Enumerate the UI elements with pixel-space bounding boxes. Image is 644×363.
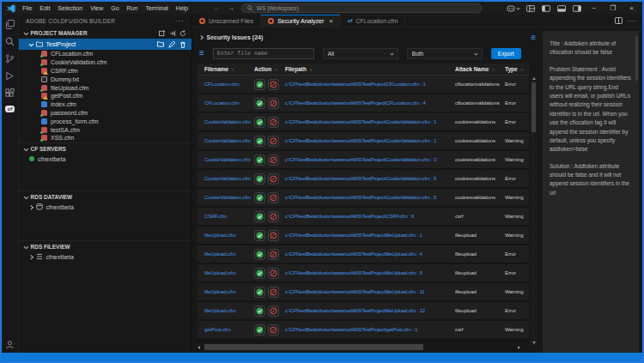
issue-row[interactable]: CSRF.cfm c:\CFNextBeta\cfusion\wwwroot\W… (197, 208, 529, 225)
issue-filename-link[interactable]: getPost.cfm (197, 327, 254, 332)
tab-close-icon[interactable]: × (329, 17, 333, 25)
cf-servers-header[interactable]: CF SERVERS (19, 143, 191, 154)
issue-filepath-link[interactable]: c:\CFNextBeta\cfusion\wwwroot\WS\TestPro… (285, 157, 436, 162)
accept-issue-button[interactable] (254, 287, 265, 298)
project-file-item[interactable]: XSS.cfm (19, 134, 191, 142)
rename-icon[interactable] (168, 41, 175, 48)
minimize-button[interactable]: − (588, 4, 599, 12)
scroll-right-icon[interactable] (518, 346, 520, 349)
menu-item[interactable]: Terminal (145, 5, 167, 11)
issue-filename-link[interactable]: CFLocation.cfm (197, 82, 254, 87)
editor-tab[interactable]: Security Analyzer × (261, 15, 341, 27)
issue-row[interactable]: CookieValidation.cfm c:\CFNextBeta\cfusi… (197, 189, 529, 206)
accept-issue-button[interactable] (254, 324, 265, 336)
issue-filepath-link[interactable]: c:\CFNextBeta\cfusion\wwwroot\WS\TestPro… (285, 327, 417, 332)
horizontal-scrollbar[interactable] (197, 344, 520, 351)
import-project-icon[interactable] (169, 30, 176, 37)
block-issue-button[interactable] (268, 98, 279, 109)
new-folder-icon[interactable] (157, 41, 164, 48)
column-header[interactable]: Action ↑↓ (254, 66, 285, 72)
issue-row[interactable]: CookieValidation.cfm c:\CFNextBeta\cfusi… (197, 170, 529, 187)
editor-tab[interactable]: Unscanned Files (192, 15, 261, 27)
issue-filename-link[interactable]: CookieValidation.cfm (197, 119, 254, 124)
block-issue-button[interactable] (268, 154, 279, 166)
issue-row[interactable]: fileUpload.cfm c:\CFNextBeta\cfusion\www… (197, 245, 529, 263)
accept-issue-button[interactable] (254, 230, 265, 241)
block-issue-button[interactable] (268, 117, 279, 128)
rds-fileview-header[interactable]: RDS FILEVIEW (19, 241, 191, 252)
filter-menu-icon[interactable]: ≡ (199, 49, 204, 57)
accept-issue-button[interactable] (254, 117, 265, 128)
project-file-item[interactable]: CFLocation.cfm (19, 50, 191, 58)
issue-filename-link[interactable]: fileUpload.cfm (197, 233, 254, 238)
project-file-item[interactable]: Dummy.txt (19, 75, 191, 83)
severity-select[interactable]: All (323, 48, 398, 59)
accept-issue-button[interactable] (254, 306, 265, 317)
menu-item[interactable]: Help (176, 5, 188, 11)
issue-filename-link[interactable]: fileUpload.cfm (197, 270, 254, 275)
scroll-down-icon[interactable] (532, 342, 536, 344)
run-debug-icon[interactable] (2, 71, 19, 81)
split-editor-icon[interactable] (615, 17, 623, 24)
menu-item[interactable]: File (22, 5, 32, 11)
column-header[interactable]: Filepath ↑↓ (285, 66, 455, 72)
close-button[interactable]: × (626, 4, 637, 12)
accept-issue-button[interactable] (254, 79, 265, 90)
vertical-scrollbar[interactable] (531, 76, 537, 346)
issue-filepath-link[interactable]: c:\CFNextBeta\cfusion\wwwroot\WS\TestPro… (285, 251, 422, 257)
issue-row[interactable]: CookieValidation.cfm c:\CFNextBeta\cfusi… (197, 113, 529, 130)
issue-row[interactable]: CookieValidation.cfm c:\CFNextBeta\cfusi… (197, 132, 529, 149)
file-name-filter-input[interactable] (213, 48, 314, 59)
column-header[interactable]: Type ↑↓ (505, 66, 529, 72)
menu-item[interactable]: Edit (39, 5, 50, 11)
block-issue-button[interactable] (268, 268, 279, 279)
forward-icon[interactable]: → (228, 5, 234, 12)
issue-row[interactable]: CFLocation.cfm c:\CFNextBeta\cfusion\www… (197, 76, 529, 93)
toggle-secondary-sidebar-icon[interactable] (573, 5, 581, 12)
block-issue-button[interactable] (268, 79, 279, 90)
accept-issue-button[interactable] (254, 249, 265, 260)
menu-item[interactable]: View (90, 5, 103, 11)
accept-issue-button[interactable] (254, 154, 265, 166)
block-issue-button[interactable] (268, 249, 279, 260)
accept-issue-button[interactable] (254, 136, 265, 147)
issue-filename-link[interactable]: fileUpload.cfm (197, 289, 254, 294)
project-manager-header[interactable]: PROJECT MANAGER (19, 27, 191, 39)
project-file-item[interactable]: password.cfm (19, 109, 191, 118)
editor-tab[interactable]: CFLocation.cfm (341, 15, 405, 27)
block-issue-button[interactable] (268, 230, 279, 241)
project-file-item[interactable]: CookieValidation.cfm (19, 58, 191, 67)
rds-dataview-item[interactable]: cfnextbeta (19, 203, 191, 212)
account-icon[interactable] (2, 340, 19, 349)
block-issue-button[interactable] (268, 192, 279, 203)
issue-filename-link[interactable]: CookieValidation.cfm (197, 138, 254, 143)
search-icon[interactable] (2, 37, 19, 46)
extensions-icon[interactable] (2, 88, 19, 98)
issue-filepath-link[interactable]: c:\CFNextBeta\cfusion\wwwroot\WS\TestPro… (285, 195, 436, 200)
issue-row[interactable]: fileUpload.cfm c:\CFNextBeta\cfusion\www… (197, 302, 529, 319)
menu-item[interactable]: Run (127, 5, 138, 11)
column-header[interactable]: Filename ↑↓ (197, 66, 254, 72)
issue-filename-link[interactable]: CookieValidation.cfm (197, 176, 254, 181)
accept-issue-button[interactable] (254, 173, 265, 185)
block-issue-button[interactable] (268, 324, 279, 336)
issue-filepath-link[interactable]: c:\CFNextBeta\cfusion\wwwroot\WS\TestPro… (285, 138, 436, 143)
issue-row[interactable]: fileUpload.cfm c:\CFNextBeta\cfusion\www… (197, 283, 529, 300)
sort-icon[interactable]: ↑↓ (520, 67, 523, 72)
editor-more-actions-icon[interactable]: ··· (628, 17, 637, 25)
block-issue-button[interactable] (268, 211, 279, 222)
scroll-left-icon[interactable] (197, 346, 200, 349)
more-actions-icon[interactable]: ··· (175, 17, 185, 25)
sort-icon[interactable]: ↑↓ (231, 67, 234, 72)
column-header[interactable]: Attack Name ↑↓ (455, 66, 505, 72)
coldfusion-extension-icon[interactable]: cf (2, 106, 19, 112)
rds-fileview-item[interactable]: cfnextbeta (19, 252, 191, 262)
customize-layout-icon[interactable] (526, 5, 535, 12)
issue-filename-link[interactable]: CFLocation.cfm (197, 100, 254, 106)
issue-filename-link[interactable]: fileUpload.cfm (197, 308, 254, 313)
delete-icon[interactable] (179, 41, 186, 48)
block-issue-button[interactable] (268, 136, 279, 147)
command-center-search[interactable]: WS (Workspace) (241, 3, 482, 13)
menu-item[interactable]: Go (111, 5, 118, 11)
issue-filename-link[interactable]: CookieValidation.cfm (197, 157, 254, 162)
